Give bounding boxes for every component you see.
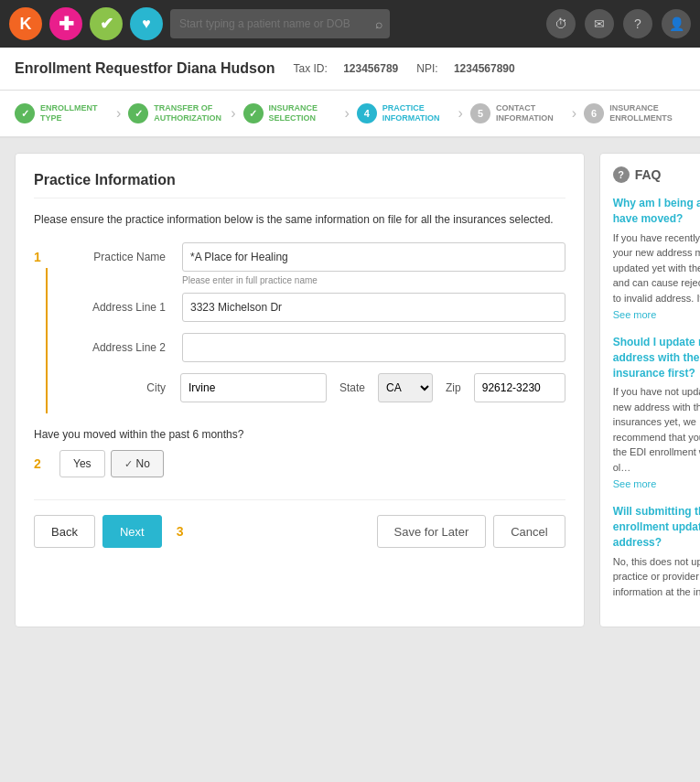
faq-item-2: Should I update my address with the insu… bbox=[613, 335, 700, 489]
back-button[interactable]: Back bbox=[34, 515, 95, 548]
page-header: Enrollment Requestfor Diana Hudson Tax I… bbox=[0, 48, 700, 91]
faq-icon: ? bbox=[613, 166, 630, 183]
state-label: State bbox=[334, 381, 371, 394]
step-circle-2: ✓ bbox=[128, 103, 148, 123]
step-label-2: TRANSFER OF AUTHORIZATION bbox=[154, 103, 218, 123]
mail-icon[interactable]: ✉ bbox=[585, 9, 614, 38]
address1-label: Address Line 1 bbox=[72, 301, 173, 314]
form-notice: Please ensure the practice information b… bbox=[34, 211, 565, 228]
step-circle-3: ✓ bbox=[243, 103, 264, 123]
address2-row: Address Line 2 bbox=[72, 333, 565, 362]
step-practice-info[interactable]: 4 PRACTICE INFORMATION bbox=[357, 103, 458, 123]
steps-bar: ✓ ENROLLMENT TYPE › ✓ TRANSFER OF AUTHOR… bbox=[0, 91, 700, 138]
next-button[interactable]: Next bbox=[102, 515, 162, 548]
moved-question: Have you moved within the past 6 months? bbox=[34, 428, 565, 441]
step-arrow-4: › bbox=[458, 105, 463, 122]
address1-row: Address Line 1 bbox=[72, 293, 565, 322]
zip-label: Zip bbox=[440, 381, 467, 394]
step-arrow-2: › bbox=[231, 105, 235, 122]
practice-name-row: Practice Name bbox=[72, 242, 565, 272]
state-select[interactable]: CA bbox=[378, 373, 433, 402]
tax-id-info: Tax ID: 123456789 bbox=[293, 62, 398, 75]
top-navigation: K ✚ ✔ ♥ ⌕ ⏱ ✉ ? 👤 bbox=[0, 0, 700, 48]
step-arrow-1: › bbox=[116, 105, 121, 122]
step-label-4: PRACTICE INFORMATION bbox=[382, 103, 446, 123]
cancel-button[interactable]: Cancel bbox=[493, 515, 565, 548]
faq-panel: ? FAQ Why am I being asked if I have mov… bbox=[599, 153, 700, 627]
step-arrow-3: › bbox=[344, 105, 349, 122]
step-circle-5: 5 bbox=[470, 103, 490, 123]
form-panel: Practice Information Please ensure the p… bbox=[15, 153, 585, 627]
yes-no-group: Yes ✓ No bbox=[59, 450, 164, 477]
step-contact-info[interactable]: 5 CONTACT INFORMATION bbox=[470, 103, 572, 123]
step-label-5: CONTACT INFORMATION bbox=[496, 103, 559, 123]
section-3-number: 3 bbox=[177, 524, 184, 539]
yes-button[interactable]: Yes bbox=[59, 450, 105, 477]
section-1-content: Practice Name Please enter in full pract… bbox=[59, 242, 565, 413]
main-content: Practice Information Please ensure the p… bbox=[0, 138, 700, 642]
plus-nav-icon[interactable]: ✚ bbox=[49, 7, 82, 40]
address1-input[interactable] bbox=[182, 293, 565, 322]
step-circle-6: 6 bbox=[584, 103, 604, 123]
faq-q-2: Should I update my address with the insu… bbox=[613, 335, 700, 380]
city-state-zip-row: City State CA Zip bbox=[72, 373, 565, 402]
form-actions: Back Next 3 Save for Later Cancel bbox=[34, 499, 565, 548]
step-label-1: ENROLLMENT TYPE bbox=[40, 103, 103, 123]
practice-name-hint: Please enter in full practice name bbox=[182, 275, 565, 285]
zip-input[interactable] bbox=[474, 373, 565, 402]
faq-see-more-2[interactable]: See more bbox=[613, 478, 700, 489]
section-2: 2 Yes ✓ No bbox=[34, 450, 565, 477]
no-button[interactable]: ✓ No bbox=[111, 450, 164, 477]
search-wrapper: ⌕ bbox=[170, 9, 390, 38]
city-input[interactable] bbox=[180, 373, 327, 402]
step-insurance-enrollments[interactable]: 6 INSURANCE ENROLLMENTS bbox=[584, 103, 685, 123]
step-enrollment-type[interactable]: ✓ ENROLLMENT TYPE bbox=[15, 103, 116, 123]
faq-a-2: If you have not updated your new address… bbox=[613, 384, 700, 475]
section-1: 1 Practice Name Please enter in full pra… bbox=[34, 242, 565, 413]
help-icon[interactable]: ? bbox=[623, 9, 652, 38]
save-later-button[interactable]: Save for Later bbox=[377, 515, 487, 548]
practice-name-label: Practice Name bbox=[72, 251, 173, 263]
step-label-3: INSURANCE SELECTION bbox=[269, 103, 332, 123]
faq-a-1: If you have recently moved, your new add… bbox=[613, 230, 700, 306]
heart-nav-icon[interactable]: ♥ bbox=[130, 7, 163, 40]
faq-a-3: No, this does not update your practice o… bbox=[613, 554, 700, 600]
faq-item-3: Will submitting this enrollment update m… bbox=[613, 504, 700, 599]
section-2-number: 2 bbox=[34, 456, 52, 471]
npi-info: NPI: 1234567890 bbox=[416, 62, 514, 75]
practice-name-input[interactable] bbox=[182, 242, 565, 272]
checkmark-icon: ✓ bbox=[124, 458, 133, 470]
user-avatar-icon[interactable]: 👤 bbox=[662, 9, 691, 38]
step-insurance-selection[interactable]: ✓ INSURANCE SELECTION bbox=[243, 103, 345, 123]
address2-label: Address Line 2 bbox=[72, 341, 173, 354]
step-circle-4: 4 bbox=[357, 103, 377, 123]
step-label-6: INSURANCE ENROLLMENTS bbox=[609, 103, 673, 123]
check-nav-icon[interactable]: ✔ bbox=[90, 7, 123, 40]
kareo-logo-icon[interactable]: K bbox=[9, 7, 42, 40]
step-circle-1: ✓ bbox=[15, 103, 35, 123]
section-1-number: 1 bbox=[34, 246, 52, 264]
form-panel-title: Practice Information bbox=[34, 172, 565, 198]
history-icon[interactable]: ⏱ bbox=[546, 9, 576, 38]
city-label: City bbox=[72, 381, 173, 394]
search-icon: ⌕ bbox=[375, 16, 382, 31]
step-arrow-5: › bbox=[572, 105, 576, 122]
address2-input[interactable] bbox=[182, 333, 565, 362]
search-input[interactable] bbox=[170, 9, 390, 38]
page-title: Enrollment Requestfor Diana Hudson bbox=[15, 60, 275, 77]
nav-right-icons: ⏱ ✉ ? 👤 bbox=[546, 9, 691, 38]
step-transfer[interactable]: ✓ TRANSFER OF AUTHORIZATION bbox=[128, 103, 231, 123]
faq-q-1: Why am I being asked if I have moved? bbox=[613, 196, 700, 227]
faq-q-3: Will submitting this enrollment update m… bbox=[613, 504, 700, 550]
faq-item-1: Why am I being asked if I have moved? If… bbox=[613, 196, 700, 320]
faq-see-more-1[interactable]: See more bbox=[613, 309, 700, 320]
faq-title: ? FAQ bbox=[613, 166, 700, 183]
